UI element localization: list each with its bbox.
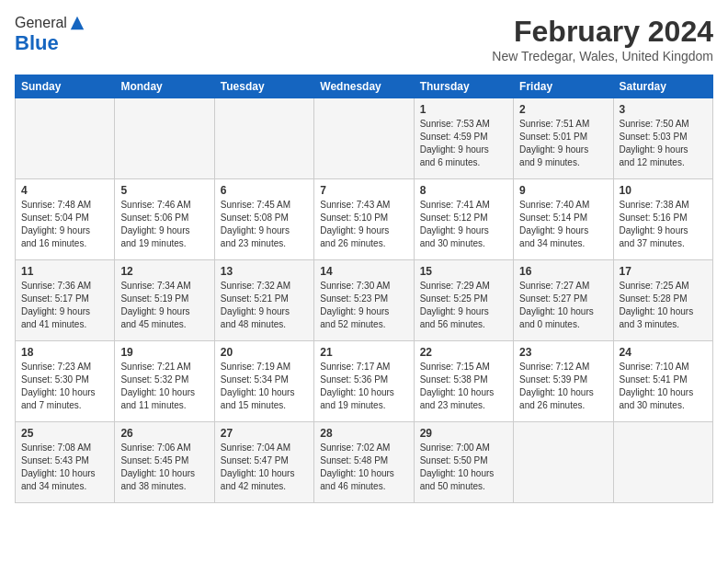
calendar-cell: 4Sunrise: 7:48 AM Sunset: 5:04 PM Daylig… [16, 179, 115, 260]
calendar-cell: 27Sunrise: 7:04 AM Sunset: 5:47 PM Dayli… [214, 422, 313, 503]
calendar-cell: 29Sunrise: 7:00 AM Sunset: 5:50 PM Dayli… [414, 422, 513, 503]
calendar-cell: 21Sunrise: 7:17 AM Sunset: 5:36 PM Dayli… [314, 341, 414, 422]
header-cell-wednesday: Wednesday [314, 75, 414, 98]
page-header: General Blue February 2024 New Tredegar,… [15, 15, 713, 63]
calendar-cell: 13Sunrise: 7:32 AM Sunset: 5:21 PM Dayli… [214, 260, 313, 341]
day-number: 8 [420, 184, 507, 197]
calendar-cell [514, 422, 613, 503]
calendar-cell: 25Sunrise: 7:08 AM Sunset: 5:43 PM Dayli… [16, 422, 115, 503]
day-number: 5 [120, 184, 208, 197]
calendar-cell: 19Sunrise: 7:21 AM Sunset: 5:32 PM Dayli… [115, 341, 214, 422]
day-number: 25 [21, 427, 108, 440]
day-number: 21 [320, 346, 407, 359]
day-number: 27 [221, 427, 308, 440]
logo-general-text: General [15, 15, 67, 31]
calendar-cell: 11Sunrise: 7:36 AM Sunset: 5:17 PM Dayli… [16, 260, 115, 341]
logo: General Blue [15, 15, 85, 55]
day-number: 26 [120, 427, 208, 440]
day-content: Sunrise: 7:08 AM Sunset: 5:43 PM Dayligh… [21, 442, 108, 493]
day-content: Sunrise: 7:36 AM Sunset: 5:17 PM Dayligh… [21, 280, 108, 331]
day-number: 12 [120, 265, 208, 278]
day-content: Sunrise: 7:43 AM Sunset: 5:10 PM Dayligh… [320, 199, 407, 250]
day-number: 20 [221, 346, 308, 359]
calendar-cell [613, 422, 712, 503]
week-row-0: 1Sunrise: 7:53 AM Sunset: 4:59 PM Daylig… [16, 98, 713, 179]
day-content: Sunrise: 7:50 AM Sunset: 5:03 PM Dayligh… [620, 118, 707, 169]
header-row: SundayMondayTuesdayWednesdayThursdayFrid… [16, 75, 713, 98]
month-title: February 2024 [492, 15, 713, 49]
day-number: 18 [21, 346, 108, 359]
calendar-table: SundayMondayTuesdayWednesdayThursdayFrid… [15, 75, 713, 503]
day-content: Sunrise: 7:32 AM Sunset: 5:21 PM Dayligh… [221, 280, 308, 331]
week-row-3: 18Sunrise: 7:23 AM Sunset: 5:30 PM Dayli… [16, 341, 713, 422]
calendar-cell: 22Sunrise: 7:15 AM Sunset: 5:38 PM Dayli… [414, 341, 513, 422]
calendar-body: 1Sunrise: 7:53 AM Sunset: 4:59 PM Daylig… [16, 98, 713, 503]
day-content: Sunrise: 7:34 AM Sunset: 5:19 PM Dayligh… [120, 280, 208, 331]
day-content: Sunrise: 7:06 AM Sunset: 5:45 PM Dayligh… [120, 442, 208, 493]
calendar-cell: 7Sunrise: 7:43 AM Sunset: 5:10 PM Daylig… [314, 179, 414, 260]
day-number: 14 [320, 265, 407, 278]
day-content: Sunrise: 7:00 AM Sunset: 5:50 PM Dayligh… [420, 442, 507, 493]
day-number: 28 [320, 427, 407, 440]
calendar-cell [314, 98, 414, 179]
logo-icon [69, 15, 85, 31]
day-number: 22 [420, 346, 507, 359]
header-cell-monday: Monday [115, 75, 214, 98]
day-content: Sunrise: 7:12 AM Sunset: 5:39 PM Dayligh… [519, 361, 607, 412]
day-content: Sunrise: 7:40 AM Sunset: 5:14 PM Dayligh… [519, 199, 607, 250]
week-row-2: 11Sunrise: 7:36 AM Sunset: 5:17 PM Dayli… [16, 260, 713, 341]
day-content: Sunrise: 7:02 AM Sunset: 5:48 PM Dayligh… [320, 442, 407, 493]
day-number: 23 [519, 346, 607, 359]
calendar-cell: 10Sunrise: 7:38 AM Sunset: 5:16 PM Dayli… [613, 179, 712, 260]
calendar-header: SundayMondayTuesdayWednesdayThursdayFrid… [16, 75, 713, 98]
day-content: Sunrise: 7:17 AM Sunset: 5:36 PM Dayligh… [320, 361, 407, 412]
day-content: Sunrise: 7:15 AM Sunset: 5:38 PM Dayligh… [420, 361, 507, 412]
day-number: 1 [420, 103, 507, 116]
calendar-cell [214, 98, 313, 179]
day-content: Sunrise: 7:19 AM Sunset: 5:34 PM Dayligh… [221, 361, 308, 412]
header-cell-saturday: Saturday [613, 75, 712, 98]
day-content: Sunrise: 7:45 AM Sunset: 5:08 PM Dayligh… [221, 199, 308, 250]
day-content: Sunrise: 7:04 AM Sunset: 5:47 PM Dayligh… [221, 442, 308, 493]
calendar-cell [16, 98, 115, 179]
day-content: Sunrise: 7:41 AM Sunset: 5:12 PM Dayligh… [420, 199, 507, 250]
calendar-cell: 9Sunrise: 7:40 AM Sunset: 5:14 PM Daylig… [514, 179, 613, 260]
week-row-1: 4Sunrise: 7:48 AM Sunset: 5:04 PM Daylig… [16, 179, 713, 260]
day-content: Sunrise: 7:29 AM Sunset: 5:25 PM Dayligh… [420, 280, 507, 331]
calendar-cell: 20Sunrise: 7:19 AM Sunset: 5:34 PM Dayli… [214, 341, 313, 422]
header-cell-sunday: Sunday [16, 75, 115, 98]
calendar-cell: 12Sunrise: 7:34 AM Sunset: 5:19 PM Dayli… [115, 260, 214, 341]
calendar-cell: 17Sunrise: 7:25 AM Sunset: 5:28 PM Dayli… [613, 260, 712, 341]
day-number: 10 [620, 184, 707, 197]
day-content: Sunrise: 7:48 AM Sunset: 5:04 PM Dayligh… [21, 199, 108, 250]
calendar-cell: 15Sunrise: 7:29 AM Sunset: 5:25 PM Dayli… [414, 260, 513, 341]
day-number: 17 [620, 265, 707, 278]
calendar-cell: 16Sunrise: 7:27 AM Sunset: 5:27 PM Dayli… [514, 260, 613, 341]
day-number: 9 [519, 184, 607, 197]
calendar-cell: 3Sunrise: 7:50 AM Sunset: 5:03 PM Daylig… [613, 98, 712, 179]
day-content: Sunrise: 7:10 AM Sunset: 5:41 PM Dayligh… [620, 361, 707, 412]
header-cell-tuesday: Tuesday [214, 75, 313, 98]
calendar-cell: 18Sunrise: 7:23 AM Sunset: 5:30 PM Dayli… [16, 341, 115, 422]
calendar-cell: 8Sunrise: 7:41 AM Sunset: 5:12 PM Daylig… [414, 179, 513, 260]
day-number: 2 [519, 103, 607, 116]
day-number: 16 [519, 265, 607, 278]
svg-marker-0 [71, 17, 84, 29]
day-content: Sunrise: 7:46 AM Sunset: 5:06 PM Dayligh… [120, 199, 208, 250]
day-content: Sunrise: 7:30 AM Sunset: 5:23 PM Dayligh… [320, 280, 407, 331]
day-number: 19 [120, 346, 208, 359]
day-number: 6 [221, 184, 308, 197]
calendar-cell: 28Sunrise: 7:02 AM Sunset: 5:48 PM Dayli… [314, 422, 414, 503]
title-block: February 2024 New Tredegar, Wales, Unite… [492, 15, 713, 63]
day-number: 4 [21, 184, 108, 197]
day-content: Sunrise: 7:25 AM Sunset: 5:28 PM Dayligh… [620, 280, 707, 331]
day-content: Sunrise: 7:27 AM Sunset: 5:27 PM Dayligh… [519, 280, 607, 331]
calendar-cell: 2Sunrise: 7:51 AM Sunset: 5:01 PM Daylig… [514, 98, 613, 179]
day-number: 11 [21, 265, 108, 278]
day-number: 29 [420, 427, 507, 440]
calendar-cell: 1Sunrise: 7:53 AM Sunset: 4:59 PM Daylig… [414, 98, 513, 179]
day-content: Sunrise: 7:38 AM Sunset: 5:16 PM Dayligh… [620, 199, 707, 250]
day-content: Sunrise: 7:23 AM Sunset: 5:30 PM Dayligh… [21, 361, 108, 412]
calendar-cell: 24Sunrise: 7:10 AM Sunset: 5:41 PM Dayli… [613, 341, 712, 422]
calendar-cell [115, 98, 214, 179]
